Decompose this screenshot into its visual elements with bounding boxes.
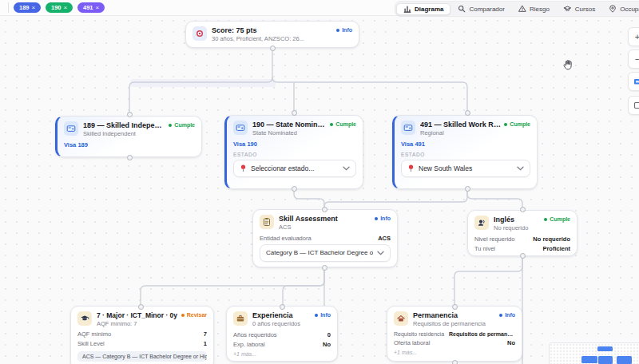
- close-icon[interactable]: ×: [32, 4, 36, 11]
- node-ingles[interactable]: Inglés No requerido Cumple Nivel requeri…: [467, 210, 577, 256]
- node-title: Inglés: [494, 216, 545, 224]
- zoom-in-button[interactable]: +: [628, 27, 639, 46]
- badge-label: Cumple: [335, 121, 356, 127]
- connection-handle: [520, 253, 526, 259]
- tab-diagrama[interactable]: Diagrama: [396, 3, 450, 15]
- connection-handle: [520, 207, 526, 212]
- row-label: Entidad evaluadora: [260, 235, 312, 242]
- view-tabs: Diagrama Comparador Riesgo Cursos Occupa…: [395, 1, 639, 17]
- tab-cursos[interactable]: Cursos: [557, 4, 601, 14]
- visa-189-link[interactable]: Visa 189: [64, 141, 195, 148]
- badge-dot-icon: [504, 123, 507, 126]
- connection-handle: [280, 304, 285, 310]
- more-link[interactable]: +1 más...: [394, 350, 515, 355]
- visa-491-link[interactable]: Visa 491: [401, 140, 530, 148]
- node-experiencia[interactable]: Experiencia 0 años requeridos Info Años …: [226, 306, 338, 362]
- node-subtitle: No requerido: [494, 224, 545, 232]
- row-value: No: [507, 339, 515, 346]
- graduation-cap-icon: [563, 5, 572, 13]
- tab-label: Cursos: [575, 6, 595, 13]
- tab-occupation[interactable]: Occupation: [602, 4, 639, 14]
- tab-label: Riesgo: [530, 6, 550, 13]
- cumple-badge: Cumple: [544, 216, 570, 222]
- chevron-down-icon: [343, 166, 350, 171]
- node-subtitle: AQF mínimo: 7: [97, 320, 180, 328]
- briefcase-icon: [233, 311, 248, 326]
- node-visa-491[interactable]: 491 — Skilled Work Regi... Regional Cump…: [392, 115, 538, 189]
- badge-label: Info: [320, 312, 331, 318]
- node-title: 7 · Major · ICT_Minor · 0y: [97, 311, 180, 320]
- zoom-out-button[interactable]: −: [628, 49, 639, 69]
- visa-subtitle: State Nominated: [252, 129, 327, 137]
- visa-190-link[interactable]: Visa 190: [233, 140, 356, 148]
- cumple-badge: Cumple: [169, 122, 195, 128]
- node-visa-190[interactable]: 190 — State Nominated State Nominated Cu…: [224, 115, 363, 189]
- info-badge: Info: [315, 312, 331, 318]
- badge-dot-icon: [375, 217, 378, 220]
- id-card-icon: [233, 121, 248, 135]
- info-badge: Info: [336, 27, 352, 33]
- node-skill-assessment[interactable]: Skill Assessment ACS Info Entidad evalua…: [252, 209, 398, 267]
- connection-handle: [292, 186, 297, 192]
- connection-handle: [465, 110, 470, 116]
- badge-label: Revisar: [187, 312, 207, 318]
- badge-dot-icon: [499, 314, 502, 317]
- badge-dot-icon: [336, 29, 339, 32]
- category-select[interactable]: Category B — ICT Bachelor Degree or High…: [260, 244, 391, 262]
- lock-view-button[interactable]: [628, 96, 639, 115]
- estado-select-491[interactable]: New South Wales: [401, 160, 530, 177]
- search-icon: [458, 5, 466, 13]
- more-link[interactable]: +1 más...: [233, 351, 331, 357]
- filter-pill-491[interactable]: 491 ×: [77, 2, 105, 13]
- node-subtitle: Requisitos de permanencia: [413, 320, 494, 328]
- node-score[interactable]: Score: 75 pts 30 años, Proficient, ANZSC…: [185, 21, 359, 48]
- row-value: 1: [204, 340, 207, 347]
- connection-handle: [127, 112, 133, 117]
- connection-handle: [292, 110, 297, 116]
- clipboard-icon: [260, 215, 274, 229]
- bar-chart-icon: [403, 5, 411, 13]
- badge-dot-icon: [330, 123, 333, 126]
- badge-dot-icon: [181, 314, 185, 317]
- badge-label: Info: [380, 216, 391, 221]
- row-label: Tu nivel: [474, 245, 495, 252]
- tab-label: Diagrama: [415, 6, 443, 13]
- badge-dot-icon: [544, 218, 547, 221]
- connection-handle: [138, 304, 144, 310]
- filter-pill-189[interactable]: 189 ×: [14, 2, 41, 13]
- tab-label: Occupation: [620, 6, 639, 13]
- estado-select-190[interactable]: Seleccionar estado...: [233, 160, 356, 177]
- close-icon[interactable]: ×: [64, 4, 68, 11]
- select-value: Seleccionar estado...: [251, 164, 339, 172]
- fit-view-button[interactable]: [628, 72, 639, 91]
- connection-handle: [270, 46, 276, 51]
- connection-handle: [465, 186, 470, 192]
- node-visa-189[interactable]: 189 — Skilled Independent Skilled Indepe…: [55, 116, 202, 157]
- row-label: Exp. laboral: [233, 341, 265, 348]
- row-value: Requisitos de permanen...: [449, 331, 515, 337]
- node-education[interactable]: 7 · Major · ICT_Minor · 0y AQF mínimo: 7…: [70, 306, 214, 364]
- estado-label: ESTADO: [233, 152, 356, 157]
- detail-row: Años requeridos 0: [233, 331, 331, 338]
- plus-icon: +: [635, 32, 639, 42]
- minimap-node: [597, 346, 613, 351]
- visa-title: 491 — Skilled Work Regi...: [420, 121, 502, 129]
- tab-comparador[interactable]: Comparador: [451, 4, 510, 14]
- header-divider: [8, 2, 9, 13]
- filter-pill-190[interactable]: 190 ×: [46, 2, 73, 13]
- row-value: 0: [327, 331, 331, 338]
- node-permanencia[interactable]: Permanencia Requisitos de permanencia In…: [387, 306, 522, 362]
- row-value: No: [323, 341, 331, 348]
- detail-row: Skill Level 1: [77, 340, 207, 347]
- visa-title: 190 — State Nominated: [252, 121, 327, 129]
- select-value: New South Wales: [419, 164, 513, 172]
- minimap[interactable]: [549, 342, 639, 364]
- target-icon: [192, 26, 207, 41]
- frame-icon: [633, 101, 639, 109]
- top-bar: 189 × 190 × 491 × Diagrama Comparador Ri…: [0, 0, 639, 16]
- tab-riesgo[interactable]: Riesgo: [512, 4, 556, 14]
- select-value: Category B — ICT Bachelor Degree or High…: [266, 249, 373, 256]
- cumple-badge: Cumple: [504, 121, 530, 127]
- house-icon: [394, 311, 408, 326]
- close-icon[interactable]: ×: [96, 4, 100, 11]
